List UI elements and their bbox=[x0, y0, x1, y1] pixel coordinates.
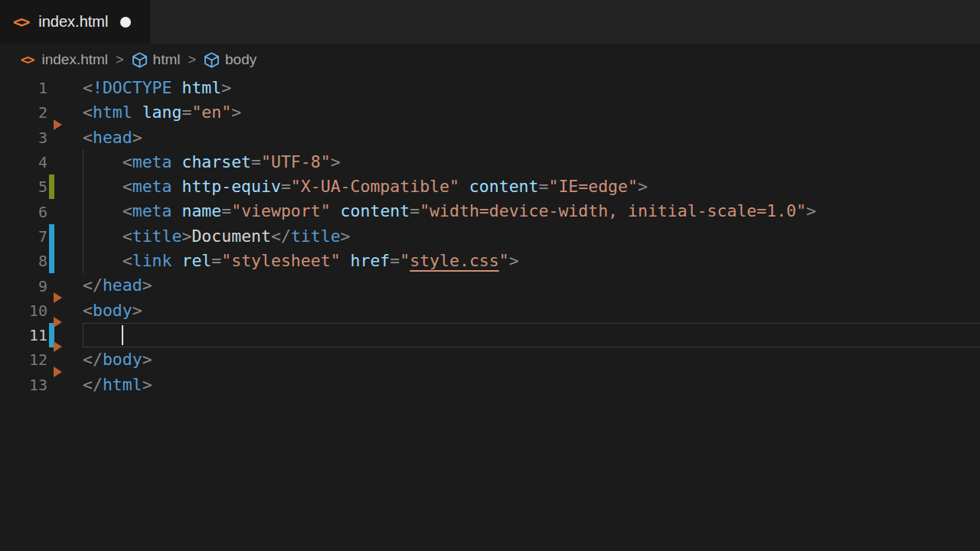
code-token: </ bbox=[83, 350, 103, 369]
code-token: < bbox=[83, 251, 132, 270]
code-token: "UTF-8" bbox=[261, 152, 331, 171]
line-number[interactable]: 10 bbox=[0, 302, 47, 320]
tab-label: index.html bbox=[38, 13, 108, 31]
code-token: = bbox=[390, 251, 400, 270]
indent-guide bbox=[83, 249, 83, 273]
code-line[interactable]: 7 <title>Document</title> bbox=[0, 224, 980, 249]
code-token: head bbox=[103, 276, 142, 295]
html-file-icon: <> bbox=[21, 52, 33, 67]
code-token: title bbox=[132, 227, 182, 246]
code-token: "width=device-width, initial-scale=1.0" bbox=[420, 201, 806, 220]
code-line[interactable]: 5 <meta http-equiv="X-UA-Compatible" con… bbox=[0, 174, 980, 199]
code-token: > bbox=[181, 227, 191, 246]
vscode-editor-window: <> index.html <> index.html > html > bod… bbox=[0, 0, 980, 551]
html-file-icon: <> bbox=[13, 13, 28, 31]
code-token: "viewport" bbox=[231, 201, 330, 220]
code-token: charset bbox=[172, 152, 252, 171]
code-token: "IE=edge" bbox=[548, 177, 638, 196]
code-line[interactable]: 12</body> bbox=[0, 347, 980, 372]
text-cursor bbox=[122, 325, 123, 345]
fold-marker-icon[interactable] bbox=[54, 119, 62, 130]
code-token: > bbox=[638, 177, 648, 196]
fold-marker-icon[interactable] bbox=[54, 292, 62, 303]
code-token: > bbox=[132, 128, 142, 147]
code-token: > bbox=[509, 251, 519, 270]
code-token: < bbox=[83, 227, 132, 246]
indent-guide bbox=[83, 150, 83, 174]
code-token: </ bbox=[271, 227, 291, 246]
code-line[interactable]: 8 <link rel="stylesheet" href="style.css… bbox=[0, 249, 980, 273]
code-token: > bbox=[341, 227, 351, 246]
code-text: <body> bbox=[83, 298, 142, 323]
line-number[interactable]: 13 bbox=[0, 376, 47, 394]
code-token: body bbox=[93, 301, 132, 320]
git-modified-gutter-indicator bbox=[49, 249, 54, 273]
line-number[interactable]: 12 bbox=[0, 350, 47, 369]
code-token: > bbox=[221, 78, 231, 97]
breadcrumb-item-html[interactable]: html bbox=[132, 51, 181, 68]
indent-guide bbox=[83, 224, 83, 249]
code-token: < bbox=[83, 78, 93, 97]
code-text: </head> bbox=[83, 273, 152, 298]
code-token: name bbox=[172, 201, 222, 220]
code-line[interactable]: 3<head> bbox=[0, 126, 980, 150]
line-number[interactable]: 3 bbox=[0, 129, 47, 147]
tab-index-html[interactable]: <> index.html bbox=[0, 0, 150, 44]
code-token: > bbox=[132, 301, 142, 320]
breadcrumb-item-file[interactable]: <> index.html bbox=[21, 51, 108, 68]
code-token: meta bbox=[132, 177, 172, 196]
code-token: "stylesheet" bbox=[221, 251, 340, 270]
fold-marker-icon[interactable] bbox=[54, 367, 62, 377]
code-token: !DOCTYPE bbox=[93, 78, 172, 97]
breadcrumb-item-body[interactable]: body bbox=[204, 51, 256, 68]
line-number[interactable]: 1 bbox=[0, 79, 47, 97]
code-token: = bbox=[538, 177, 548, 196]
indent-guide bbox=[83, 174, 83, 199]
git-added-gutter-indicator bbox=[49, 174, 54, 199]
symbol-cube-icon bbox=[132, 52, 148, 68]
line-number[interactable]: 8 bbox=[0, 252, 47, 270]
code-text: </html> bbox=[83, 373, 152, 397]
code-line[interactable]: 4 <meta charset="UTF-8"> bbox=[0, 150, 980, 174]
code-token: > bbox=[142, 375, 152, 394]
breadcrumb-body-label: body bbox=[225, 51, 256, 68]
code-line[interactable]: 1<!DOCTYPE html> bbox=[0, 76, 980, 100]
git-gutter-spacer bbox=[49, 76, 54, 100]
line-number[interactable]: 4 bbox=[0, 153, 47, 171]
code-token: " bbox=[400, 251, 410, 270]
line-number[interactable]: 2 bbox=[0, 103, 47, 122]
line-number[interactable]: 11 bbox=[0, 326, 47, 344]
line-number[interactable]: 7 bbox=[0, 227, 47, 246]
code-text: <meta http-equiv="X-UA-Compatible" conte… bbox=[83, 174, 648, 199]
code-line[interactable]: 13</html> bbox=[0, 373, 980, 397]
code-token: html bbox=[172, 78, 222, 97]
code-text: <title>Document</title> bbox=[83, 224, 351, 249]
code-token: head bbox=[93, 128, 132, 147]
line-number[interactable]: 9 bbox=[0, 277, 47, 295]
code-token: > bbox=[142, 276, 152, 295]
code-line[interactable]: 2<html lang="en"> bbox=[0, 100, 980, 125]
code-token: title bbox=[291, 227, 341, 246]
line-number[interactable]: 6 bbox=[0, 203, 47, 221]
code-text: <link rel="stylesheet" href="style.css"> bbox=[83, 249, 519, 273]
fold-marker-icon[interactable] bbox=[54, 317, 62, 328]
breadcrumb-html-label: html bbox=[153, 51, 181, 68]
code-line[interactable]: 9</head> bbox=[0, 273, 980, 298]
code-token: > bbox=[142, 350, 152, 369]
code-token: > bbox=[806, 201, 816, 220]
code-token: meta bbox=[132, 201, 172, 220]
code-line[interactable]: 11 bbox=[0, 323, 980, 347]
unsaved-changes-indicator[interactable] bbox=[120, 17, 131, 28]
code-text: <meta charset="UTF-8"> bbox=[83, 150, 341, 174]
code-token: style.css bbox=[410, 251, 499, 270]
code-token: href bbox=[341, 251, 390, 270]
code-line[interactable]: 10<body> bbox=[0, 298, 980, 323]
code-line[interactable]: 6 <meta name="viewport" content="width=d… bbox=[0, 199, 980, 223]
code-text: </body> bbox=[83, 347, 152, 372]
fold-marker-icon[interactable] bbox=[54, 341, 62, 352]
code-token: lang bbox=[132, 103, 182, 122]
line-number[interactable]: 5 bbox=[0, 178, 47, 196]
code-area[interactable]: 1<!DOCTYPE html>2<html lang="en">3<head>… bbox=[0, 76, 980, 397]
chevron-right-icon: > bbox=[116, 52, 124, 68]
code-token: > bbox=[231, 103, 241, 122]
